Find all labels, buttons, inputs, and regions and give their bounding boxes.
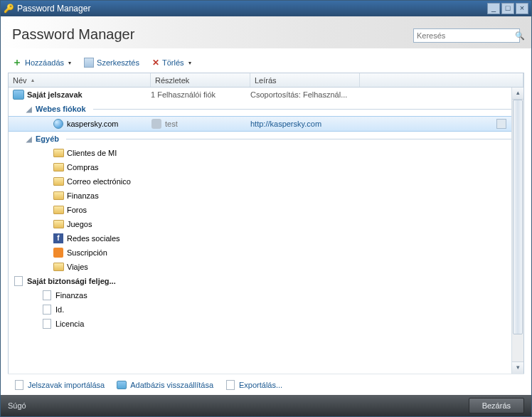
header: Password Manager 🔍 [1, 16, 531, 48]
delete-icon: ✕ [152, 58, 159, 68]
plus-icon: ＋ [12, 56, 22, 69]
column-headers: Név ▴ Részletek Leírás [9, 73, 523, 88]
group-webaccounts[interactable]: ◢ Webes fiókok [9, 102, 511, 116]
safenotes-label: Saját biztonsági feljeg... [27, 277, 116, 285]
edit-label: Szerkesztés [97, 58, 139, 67]
entry-kaspersky[interactable]: kaspersky.com test http://kaspersky.com [9, 116, 511, 132]
group-other[interactable]: ◢ Egyéb [9, 132, 511, 146]
entry-url: http://kaspersky.com [250, 120, 321, 128]
note-icon [43, 305, 51, 315]
add-button[interactable]: ＋ Hozzáadás ▾ [12, 56, 71, 69]
root-description: Csoportosítás: Felhasznál... [250, 90, 347, 99]
facebook-icon: f [53, 233, 63, 243]
app-window: 🔑 Password Manager _ □ × Password Manage… [0, 0, 532, 417]
bottom-links: Jelszavak importálása Adatbázis visszaál… [8, 374, 524, 395]
group-label: Webes fiókok [36, 105, 86, 113]
col-description[interactable]: Leírás [250, 73, 360, 87]
folder-icon [53, 220, 64, 228]
folder-icon [53, 206, 64, 214]
scroll-thumb[interactable] [513, 100, 523, 334]
maximize-button[interactable]: □ [501, 3, 514, 14]
folder-suscripcion[interactable]: Suscripción [9, 246, 511, 260]
vertical-scrollbar[interactable]: ▴ ▾ [511, 88, 523, 374]
delete-label: Törlés [162, 58, 184, 67]
collapse-icon[interactable]: ◢ [26, 135, 33, 143]
root-label: Saját jelszavak [27, 90, 83, 99]
edit-button[interactable]: Szerkesztés [84, 58, 139, 68]
folder-correo[interactable]: Correo electrónico [9, 174, 511, 189]
folder-juegos[interactable]: Juegos [9, 217, 511, 231]
file-icon [14, 276, 23, 286]
note-id[interactable]: Id. [9, 302, 511, 317]
close-window-button[interactable]: × [516, 3, 528, 14]
footer: Súgó Bezárás [1, 395, 531, 416]
minimize-button[interactable]: _ [487, 3, 500, 14]
note-icon [43, 290, 51, 300]
col-name[interactable]: Név ▴ [9, 73, 151, 87]
folder-icon [53, 263, 64, 271]
grid-body: Saját jelszavak 1 Felhasználói fiók Csop… [9, 88, 523, 374]
search-icon: 🔍 [515, 31, 525, 41]
entry-action-icon[interactable] [496, 119, 506, 129]
import-passwords-link[interactable]: Jelszavak importálása [14, 379, 105, 391]
note-licencia[interactable]: Licencia [9, 317, 511, 331]
restore-icon [117, 381, 127, 389]
folder-compras[interactable]: Compras [9, 160, 511, 174]
add-label: Hozzáadás [25, 58, 64, 67]
root-details: 1 Felhasználói fiók [151, 90, 216, 99]
note-icon [43, 319, 51, 329]
user-icon [151, 119, 161, 129]
scroll-down-button[interactable]: ▾ [512, 361, 523, 374]
folder-redes[interactable]: fRedes sociales [9, 231, 511, 246]
safenotes-root[interactable]: Saját biztonsági feljeg... [9, 274, 511, 288]
grid-rows: Saját jelszavak 1 Felhasználói fiók Csop… [9, 88, 511, 374]
search-field[interactable]: 🔍 [413, 28, 520, 43]
folder-finanzas[interactable]: Finanzas [9, 189, 511, 203]
close-button[interactable]: Bezárás [469, 398, 524, 413]
note-finanzas[interactable]: Finanzas [9, 288, 511, 302]
page-title: Password Manager [12, 26, 134, 43]
folder-icon [53, 163, 64, 171]
sort-asc-icon: ▴ [31, 77, 34, 83]
window-title: Password Manager [17, 4, 486, 14]
folder-foros[interactable]: Foros [9, 203, 511, 217]
toolbar: ＋ Hozzáadás ▾ Szerkesztés ✕ Törlés ▾ [8, 53, 524, 73]
edit-icon [84, 58, 94, 68]
chevron-down-icon: ▾ [68, 60, 71, 66]
root-row[interactable]: Saját jelszavak 1 Felhasználói fiók Csop… [9, 88, 511, 102]
export-link[interactable]: Exportálás... [225, 379, 282, 391]
entry-name: kaspersky.com [67, 120, 119, 128]
main-grid: Név ▴ Részletek Leírás Saját jelszavak 1… [8, 73, 524, 374]
group-label: Egyéb [36, 134, 59, 143]
folder-icon [53, 177, 64, 186]
content-wrapper: ＋ Hozzáadás ▾ Szerkesztés ✕ Törlés ▾ Név… [1, 48, 531, 395]
help-link[interactable]: Súgó [8, 401, 26, 410]
folder-icon [53, 149, 64, 157]
collapse-icon[interactable]: ◢ [26, 105, 33, 113]
chevron-down-icon: ▾ [188, 60, 191, 66]
import-icon [15, 380, 23, 390]
scroll-up-button[interactable]: ▴ [512, 88, 523, 100]
restore-database-link[interactable]: Adatbázis visszaállítása [116, 379, 213, 391]
col-details[interactable]: Részletek [151, 73, 250, 87]
scroll-track[interactable] [512, 100, 523, 361]
delete-button[interactable]: ✕ Törlés ▾ [152, 58, 191, 68]
folder-viajes[interactable]: Viajes [9, 260, 511, 274]
database-icon [13, 90, 24, 100]
lock-icon: 🔑 [4, 4, 14, 14]
export-icon [226, 380, 235, 390]
search-input[interactable] [417, 31, 515, 40]
folder-icon [53, 191, 64, 200]
titlebar: 🔑 Password Manager _ □ × [1, 1, 531, 16]
col-spare[interactable] [360, 73, 523, 87]
entry-user: test [165, 120, 178, 128]
folder-clientes[interactable]: Clientes de MI [9, 146, 511, 160]
globe-icon [53, 119, 63, 129]
rss-icon [53, 248, 63, 258]
